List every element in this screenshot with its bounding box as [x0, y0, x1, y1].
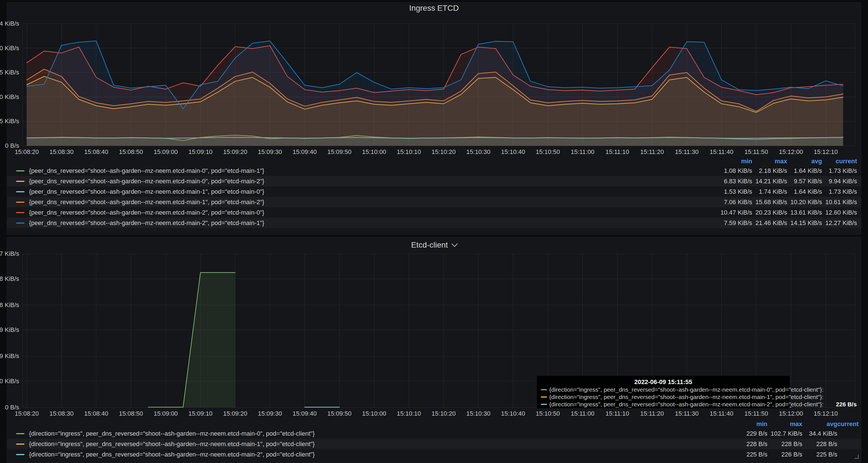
legend-value: 1.64 KiB/s	[787, 188, 822, 195]
series-color-dash-icon	[541, 404, 547, 405]
legend-etcd-client: minmaxavgcurrent{direction="ingress", pe…	[7, 420, 861, 460]
legend-value: 12.60 KiB/s	[822, 209, 857, 216]
legend-header-row: minmaxavgcurrent	[7, 157, 861, 166]
series-color-dash-icon	[16, 202, 25, 203]
legend-row: {direction="ingress", peer_dns_reversed=…	[7, 439, 861, 449]
legend-value: 9.94 KiB/s	[822, 178, 857, 185]
legend-value: 2.18 KiB/s	[752, 167, 787, 175]
legend-header-avg[interactable]: avg	[787, 157, 822, 165]
legend-value: 15.68 KiB/s	[752, 199, 787, 206]
legend-value: 229 B/s	[733, 430, 767, 437]
legend-value: 10.47 KiB/s	[717, 209, 752, 216]
legend-value: 20.23 KiB/s	[752, 209, 787, 216]
legend-value: 1.74 KiB/s	[752, 188, 787, 195]
legend-value: 9.57 KiB/s	[787, 178, 822, 185]
legend-value: 228 B/s	[767, 440, 802, 448]
series-color-dash-icon	[16, 454, 25, 455]
legend-series-label[interactable]: {peer_dns_reversed="shoot--ash-garden--m…	[29, 220, 717, 227]
panel-title-ingress-etcd[interactable]: Ingress ETCD	[7, 3, 861, 14]
legend-value: 13.61 KiB/s	[787, 209, 822, 216]
legend-row: {peer_dns_reversed="shoot--ash-garden--m…	[7, 186, 861, 197]
legend-value: 10.20 KiB/s	[787, 199, 822, 206]
legend-value: 102.7 KiB/s	[767, 430, 802, 437]
legend-series-label[interactable]: {peer_dns_reversed="shoot--ash-garden--m…	[29, 209, 717, 216]
legend-value: 34.4 KiB/s	[802, 430, 837, 437]
legend-row: {peer_dns_reversed="shoot--ash-garden--m…	[7, 166, 861, 176]
legend-header-min[interactable]: min	[733, 421, 767, 428]
legend-value: 228 B/s	[733, 440, 767, 448]
legend-value: 225 B/s	[802, 451, 837, 458]
legend-header-max[interactable]: max	[752, 157, 787, 165]
legend-row: {direction="ingress", peer_dns_reversed=…	[7, 449, 861, 460]
legend-value: 7.06 KiB/s	[717, 199, 752, 206]
legend-series-label[interactable]: {peer_dns_reversed="shoot--ash-garden--m…	[29, 188, 717, 195]
legend-value: 1.64 KiB/s	[787, 167, 822, 175]
legend-row: {direction="ingress", peer_dns_reversed=…	[7, 428, 861, 439]
tooltip-series-label: {direction="ingress", peer_dns_reversed=…	[549, 386, 824, 393]
legend-series-label[interactable]: {peer_dns_reversed="shoot--ash-garden--m…	[29, 199, 717, 206]
series-color-dash-icon	[16, 191, 25, 192]
tooltip-series-label: {direction="ingress", peer_dns_reversed=…	[549, 394, 824, 400]
series-color-dash-icon	[541, 389, 547, 390]
legend-header-max[interactable]: max	[767, 421, 802, 428]
legend-value: 12.27 KiB/s	[822, 220, 857, 227]
series-color-dash-icon	[541, 397, 547, 398]
legend-row: {peer_dns_reversed="shoot--ash-garden--m…	[7, 218, 861, 228]
legend-series-label[interactable]: {peer_dns_reversed="shoot--ash-garden--m…	[29, 167, 717, 175]
series-color-dash-icon	[16, 181, 25, 182]
series-color-dash-icon	[16, 170, 25, 171]
legend-value: 14.21 KiB/s	[752, 178, 787, 185]
legend-row: {peer_dns_reversed="shoot--ash-garden--m…	[7, 207, 861, 218]
tooltip-series-value: 226 B/s	[836, 401, 857, 408]
series-color-dash-icon	[16, 443, 25, 445]
legend-header-avg[interactable]: avg	[802, 421, 837, 428]
legend-row: {peer_dns_reversed="shoot--ash-garden--m…	[7, 197, 861, 207]
legend-value: 21.46 KiB/s	[752, 220, 787, 227]
tooltip-row: {direction="ingress", peer_dns_reversed=…	[541, 386, 786, 393]
legend-header-row: minmaxavgcurrent	[7, 420, 861, 428]
legend-value: 1.53 KiB/s	[717, 188, 752, 195]
page-title: Ingress ETCD	[409, 4, 459, 13]
legend-series-label[interactable]: {direction="ingress", peer_dns_reversed=…	[29, 440, 733, 448]
legend-value: 1.08 KiB/s	[717, 167, 752, 175]
tooltip-row: {direction="ingress", peer_dns_reversed=…	[541, 393, 786, 401]
graph-tooltip: 2022-06-09 15:11:55 {direction="ingress"…	[537, 376, 789, 408]
legend-series-label[interactable]: {peer_dns_reversed="shoot--ash-garden--m…	[29, 178, 717, 185]
legend-series-label[interactable]: {direction="ingress", peer_dns_reversed=…	[29, 430, 733, 437]
legend-row: {peer_dns_reversed="shoot--ash-garden--m…	[7, 176, 861, 186]
legend-value: 7.59 KiB/s	[717, 220, 752, 227]
legend-value: 10.61 KiB/s	[822, 199, 857, 206]
legend-header-current[interactable]: current	[837, 421, 857, 428]
legend-ingress-etcd: minmaxavgcurrent{peer_dns_reversed="shoo…	[7, 157, 861, 228]
tooltip-row: {direction="ingress", peer_dns_reversed=…	[541, 401, 786, 408]
series-color-dash-icon	[16, 223, 25, 224]
legend-value: 228 B/s	[802, 440, 837, 448]
legend-header-min[interactable]: min	[717, 157, 752, 165]
legend-value: 226 B/s	[767, 451, 802, 458]
legend-header-current[interactable]: current	[822, 157, 857, 165]
legend-series-label[interactable]: {direction="ingress", peer_dns_reversed=…	[29, 451, 733, 458]
tooltip-timestamp: 2022-06-09 15:11:55	[541, 378, 786, 386]
legend-value: 1.73 KiB/s	[822, 188, 857, 195]
legend-value: 6.83 KiB/s	[717, 178, 752, 185]
legend-value: 1.73 KiB/s	[822, 167, 857, 175]
plot-area-ingress-etcd[interactable]	[23, 24, 855, 146]
chevron-down-icon	[452, 241, 458, 247]
tooltip-series-label: {direction="ingress", peer_dns_reversed=…	[549, 401, 824, 408]
panel-resize-handle[interactable]	[855, 455, 859, 459]
legend-value: 225 B/s	[733, 451, 767, 458]
panel-title-etcd-client[interactable]: Etcd-client	[7, 237, 861, 253]
series-color-dash-icon	[16, 433, 25, 434]
panel-title-text: Etcd-client	[411, 240, 448, 250]
legend-value: 14.15 KiB/s	[787, 220, 822, 227]
series-color-dash-icon	[16, 212, 25, 213]
